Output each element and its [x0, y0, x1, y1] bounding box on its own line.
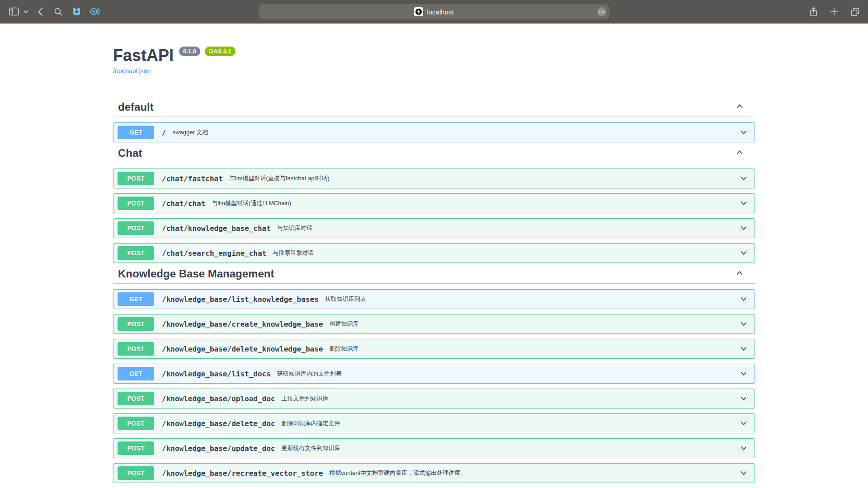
- endpoint-path: /chat/fastchat: [162, 174, 223, 183]
- section-header[interactable]: default: [113, 101, 755, 117]
- extension-bookmark-button[interactable]: [70, 5, 83, 19]
- expand-endpoint-icon[interactable]: [739, 444, 748, 453]
- endpoint-row[interactable]: POST/knowledge_base/upload_doc上传文件到知识库: [113, 389, 755, 408]
- endpoint-summary: 获取知识库列表: [325, 295, 366, 303]
- method-badge: POST: [118, 441, 154, 455]
- method-badge: POST: [118, 221, 154, 235]
- method-badge: POST: [118, 417, 154, 430]
- endpoint-row[interactable]: POST/knowledge_base/create_knowledge_bas…: [113, 314, 755, 334]
- fastapi-logo-icon: [415, 8, 422, 15]
- endpoint-row[interactable]: POST/knowledge_base/delete_knowledge_bas…: [113, 339, 755, 359]
- expand-endpoint-icon[interactable]: [739, 249, 748, 258]
- endpoint-path: /knowledge_base/delete_knowledge_base: [162, 345, 323, 353]
- endpoint-summary: 更新现有文件到知识库: [281, 444, 340, 452]
- expand-endpoint-icon[interactable]: [739, 128, 748, 137]
- endpoint-row[interactable]: POST/knowledge_base/update_doc更新现有文件到知识库: [113, 438, 755, 458]
- method-badge: POST: [118, 172, 154, 185]
- expand-endpoint-icon[interactable]: [739, 394, 748, 403]
- expand-endpoint-icon[interactable]: [739, 319, 748, 328]
- expand-endpoint-icon[interactable]: [739, 344, 748, 353]
- api-section: defaultGET/swagger 文档: [113, 101, 755, 142]
- section-header[interactable]: Chat: [113, 147, 755, 163]
- endpoint-path: /chat/search_engine_chat: [162, 249, 266, 258]
- url-text: localhost: [427, 8, 453, 16]
- share-button[interactable]: [807, 5, 820, 19]
- tab-group-chevron-icon: [24, 10, 28, 14]
- method-badge: GET: [118, 126, 154, 139]
- browser-toolbar: localhost: [0, 0, 868, 23]
- endpoint-summary: 删除知识库内指定文件: [281, 419, 340, 427]
- expand-endpoint-icon[interactable]: [739, 369, 748, 378]
- tab-group-dropdown-button[interactable]: [23, 5, 29, 19]
- endpoint-row[interactable]: POST/chat/chat与llm模型对话(通过LLMChain): [113, 193, 755, 213]
- expand-endpoint-icon[interactable]: [739, 174, 748, 183]
- endpoint-summary: 与llm模型对话(直接与fastchat api对话): [229, 174, 330, 183]
- api-section: ChatPOST/chat/fastchat与llm模型对话(直接与fastch…: [113, 147, 755, 263]
- endpoint-row[interactable]: POST/knowledge_base/delete_doc删除知识库内指定文件: [113, 413, 755, 433]
- section-body: GET/swagger 文档: [113, 117, 755, 142]
- endpoint-path: /knowledge_base/delete_doc: [162, 419, 275, 428]
- endpoint-summary: 创建知识库: [329, 320, 359, 328]
- method-badge: POST: [118, 342, 154, 356]
- extension-bookmark-icon: [72, 7, 81, 16]
- expand-endpoint-icon[interactable]: [739, 224, 748, 233]
- search-icon: [54, 7, 63, 16]
- new-tab-button[interactable]: [827, 5, 841, 19]
- sidebar-toggle-button[interactable]: [7, 5, 21, 19]
- endpoint-row[interactable]: GET/knowledge_base/list_knowledge_bases获…: [113, 289, 755, 309]
- endpoint-summary: 获取知识库内的文件列表: [277, 370, 342, 378]
- back-button[interactable]: [33, 5, 47, 19]
- method-badge: GET: [118, 292, 154, 306]
- endpoint-row[interactable]: POST/chat/fastchat与llm模型对话(直接与fastchat a…: [113, 169, 755, 188]
- collapse-section-icon[interactable]: [735, 268, 744, 279]
- collapse-section-icon[interactable]: [735, 102, 744, 113]
- endpoint-path: /knowledge_base/upload_doc: [162, 394, 275, 403]
- endpoint-row[interactable]: GET/knowledge_base/list_docs获取知识库内的文件列表: [113, 364, 755, 384]
- endpoint-path: /chat/knowledge_base_chat: [162, 224, 271, 233]
- section-title: Knowledge Base Management: [118, 268, 274, 279]
- endpoint-summary: 与llm模型对话(通过LLMChain): [212, 199, 291, 207]
- address-bar[interactable]: localhost: [259, 4, 609, 19]
- method-badge: POST: [118, 392, 154, 405]
- endpoint-row[interactable]: POST/chat/search_engine_chat与搜索引擎对话: [113, 243, 755, 263]
- method-badge: POST: [118, 466, 154, 480]
- expand-endpoint-icon[interactable]: [739, 199, 748, 208]
- swagger-page: FastAPI 0.1.0 OAS 3.1 /openapi.json defa…: [0, 23, 868, 488]
- endpoint-summary: 根据content中文档重建向量库，流式输出处理进度。: [329, 469, 466, 477]
- section-title: default: [118, 101, 154, 113]
- tab-overview-button[interactable]: [848, 5, 862, 19]
- endpoint-summary: 与搜索引擎对话: [273, 249, 314, 257]
- endpoint-path: /knowledge_base/list_docs: [162, 370, 271, 378]
- oas-badge: OAS 3.1: [205, 47, 236, 56]
- expand-endpoint-icon[interactable]: [739, 469, 748, 478]
- site-favicon: [414, 7, 423, 16]
- page-title: FastAPI: [113, 46, 174, 66]
- endpoint-summary: swagger 文档: [173, 128, 208, 136]
- collapse-section-icon[interactable]: [735, 148, 744, 159]
- endpoint-path: /knowledge_base/recreate_vector_store: [162, 469, 323, 478]
- endpoint-row[interactable]: POST/knowledge_base/recreate_vector_stor…: [113, 463, 755, 483]
- method-badge: GET: [118, 367, 154, 380]
- search-button[interactable]: [52, 5, 65, 19]
- expand-endpoint-icon[interactable]: [739, 419, 748, 428]
- back-icon: [38, 7, 43, 16]
- share-icon: [809, 7, 818, 17]
- method-badge: POST: [118, 246, 154, 260]
- extension-radar-button[interactable]: [88, 5, 101, 19]
- endpoint-row[interactable]: POST/chat/knowledge_base_chat与知识库对话: [113, 218, 755, 238]
- expand-endpoint-icon[interactable]: [739, 295, 748, 304]
- endpoint-summary: 与知识库对话: [277, 224, 312, 232]
- section-body: GET/knowledge_base/list_knowledge_bases获…: [113, 284, 755, 483]
- sidebar-icon: [9, 7, 19, 16]
- section-header[interactable]: Knowledge Base Management: [113, 268, 755, 284]
- page-settings-button[interactable]: [597, 7, 606, 16]
- ellipsis-icon: [599, 11, 600, 13]
- extension-radar-icon: [90, 7, 99, 16]
- endpoint-path: /chat/chat: [162, 199, 205, 208]
- endpoint-path: /knowledge_base/update_doc: [162, 444, 275, 453]
- method-badge: POST: [118, 317, 154, 331]
- plus-icon: [830, 8, 838, 16]
- openapi-spec-link[interactable]: /openapi.json: [113, 67, 151, 75]
- section-title: Chat: [118, 147, 142, 159]
- endpoint-row[interactable]: GET/swagger 文档: [113, 122, 755, 142]
